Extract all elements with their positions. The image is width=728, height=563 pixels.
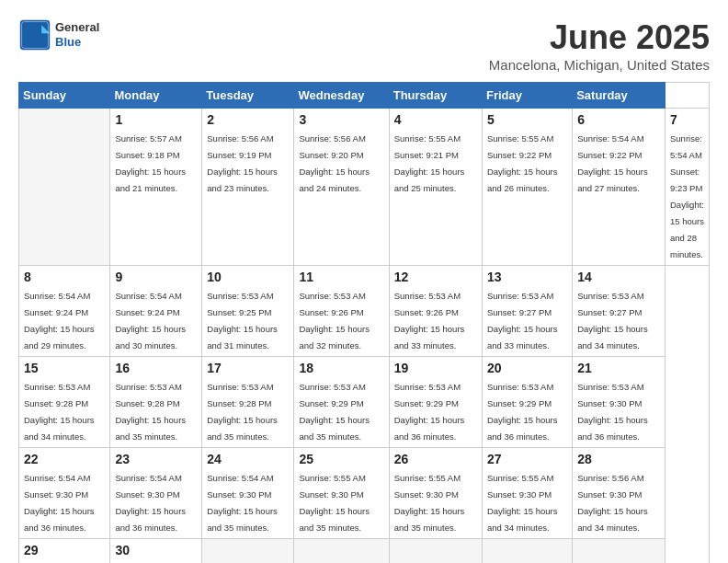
week-row-0: 1 Sunrise: 5:57 AMSunset: 9:18 PMDayligh… (19, 109, 710, 266)
header-row: SundayMondayTuesdayWednesdayThursdayFrid… (19, 83, 710, 109)
day-info: Sunrise: 5:53 AMSunset: 9:27 PMDaylight:… (577, 291, 648, 350)
day-info: Sunrise: 5:57 AMSunset: 9:18 PMDaylight:… (115, 133, 186, 193)
day-info: Sunrise: 5:53 AMSunset: 9:29 PMDaylight:… (299, 382, 370, 442)
table-row (19, 109, 110, 266)
day-info: Sunrise: 5:53 AMSunset: 9:28 PMDaylight:… (207, 382, 278, 442)
day-number: 28 (577, 452, 660, 466)
table-row: 18 Sunrise: 5:53 AMSunset: 9:29 PMDaylig… (294, 357, 389, 448)
day-number: 3 (299, 112, 383, 127)
day-number: 25 (299, 452, 383, 466)
logo: General Blue (18, 18, 99, 52)
table-row: 28 Sunrise: 5:56 AMSunset: 9:30 PMDaylig… (573, 448, 665, 539)
week-row-1: 8 Sunrise: 5:54 AMSunset: 9:24 PMDayligh… (19, 266, 710, 357)
table-row: 11 Sunrise: 5:53 AMSunset: 9:26 PMDaylig… (294, 266, 389, 357)
header-tuesday: Tuesday (202, 83, 294, 109)
day-number: 29 (24, 543, 105, 557)
day-number: 20 (487, 361, 567, 375)
header-sunday: Sunday (19, 83, 110, 109)
table-row: 30 Sunrise: 5:57 AMSunset: 9:30 PMDaylig… (110, 539, 202, 564)
table-row: 6 Sunrise: 5:54 AMSunset: 9:22 PMDayligh… (573, 109, 665, 266)
day-number: 6 (577, 112, 660, 127)
logo-icon (18, 18, 51, 52)
day-info: Sunrise: 5:54 AMSunset: 9:30 PMDaylight:… (207, 473, 278, 533)
table-row: 25 Sunrise: 5:55 AMSunset: 9:30 PMDaylig… (294, 448, 389, 539)
table-row: 17 Sunrise: 5:53 AMSunset: 9:28 PMDaylig… (202, 357, 294, 448)
logo-line1: General (55, 20, 99, 35)
day-number: 2 (207, 112, 289, 127)
day-info: Sunrise: 5:53 AMSunset: 9:26 PMDaylight:… (299, 291, 370, 350)
table-row: 7 Sunrise: 5:54 AMSunset: 9:23 PMDayligh… (665, 109, 709, 266)
table-row: 19 Sunrise: 5:53 AMSunset: 9:29 PMDaylig… (389, 357, 482, 448)
table-row: 1 Sunrise: 5:57 AMSunset: 9:18 PMDayligh… (110, 109, 202, 266)
calendar-title: June 2025 (489, 18, 710, 57)
day-info: Sunrise: 5:54 AMSunset: 9:30 PMDaylight:… (115, 473, 186, 533)
day-number: 19 (394, 361, 477, 375)
day-info: Sunrise: 5:54 AMSunset: 9:30 PMDaylight:… (24, 473, 95, 533)
calendar-header: General Blue June 2025 Mancelona, Michig… (18, 18, 710, 73)
day-number: 30 (115, 543, 197, 557)
table-row: 8 Sunrise: 5:54 AMSunset: 9:24 PMDayligh… (19, 266, 110, 357)
table-row (202, 539, 294, 564)
day-info: Sunrise: 5:54 AMSunset: 9:22 PMDaylight:… (577, 133, 648, 193)
day-number: 18 (299, 361, 383, 375)
day-number: 21 (577, 361, 660, 375)
day-number: 7 (670, 112, 704, 127)
table-row: 15 Sunrise: 5:53 AMSunset: 9:28 PMDaylig… (19, 357, 110, 448)
day-info: Sunrise: 5:53 AMSunset: 9:29 PMDaylight:… (394, 382, 465, 442)
day-info: Sunrise: 5:55 AMSunset: 9:30 PMDaylight:… (487, 473, 558, 533)
table-row: 16 Sunrise: 5:53 AMSunset: 9:28 PMDaylig… (110, 357, 202, 448)
header-monday: Monday (110, 83, 202, 109)
day-info: Sunrise: 5:55 AMSunset: 9:30 PMDaylight:… (299, 473, 370, 533)
table-row (389, 539, 482, 564)
day-number: 5 (487, 112, 567, 127)
day-number: 8 (24, 270, 105, 284)
day-info: Sunrise: 5:54 AMSunset: 9:23 PMDaylight:… (670, 133, 704, 259)
table-row: 21 Sunrise: 5:53 AMSunset: 9:30 PMDaylig… (573, 357, 665, 448)
table-row: 10 Sunrise: 5:53 AMSunset: 9:25 PMDaylig… (202, 266, 294, 357)
day-info: Sunrise: 5:53 AMSunset: 9:27 PMDaylight:… (487, 291, 558, 350)
day-number: 12 (394, 270, 477, 284)
table-row (573, 539, 665, 564)
table-row: 2 Sunrise: 5:56 AMSunset: 9:19 PMDayligh… (202, 109, 294, 266)
header-saturday: Saturday (573, 83, 665, 109)
logo-text: General Blue (55, 20, 99, 49)
day-number: 22 (24, 452, 105, 466)
day-info: Sunrise: 5:55 AMSunset: 9:21 PMDaylight:… (394, 133, 465, 193)
table-row: 13 Sunrise: 5:53 AMSunset: 9:27 PMDaylig… (482, 266, 572, 357)
day-info: Sunrise: 5:53 AMSunset: 9:29 PMDaylight:… (487, 382, 558, 442)
header-wednesday: Wednesday (294, 83, 389, 109)
calendar-subtitle: Mancelona, Michigan, United States (489, 57, 710, 73)
day-number: 26 (394, 452, 477, 466)
week-row-3: 22 Sunrise: 5:54 AMSunset: 9:30 PMDaylig… (19, 448, 710, 539)
table-row: 14 Sunrise: 5:53 AMSunset: 9:27 PMDaylig… (573, 266, 665, 357)
logo-line2: Blue (55, 35, 99, 50)
day-info: Sunrise: 5:56 AMSunset: 9:19 PMDaylight:… (207, 133, 278, 193)
table-row: 26 Sunrise: 5:55 AMSunset: 9:30 PMDaylig… (389, 448, 482, 539)
day-number: 4 (394, 112, 477, 127)
day-number: 13 (487, 270, 567, 284)
day-info: Sunrise: 5:53 AMSunset: 9:30 PMDaylight:… (577, 382, 648, 442)
table-row: 5 Sunrise: 5:55 AMSunset: 9:22 PMDayligh… (482, 109, 572, 266)
day-number: 16 (115, 361, 197, 375)
day-info: Sunrise: 5:56 AMSunset: 9:20 PMDaylight:… (299, 133, 370, 193)
table-row: 4 Sunrise: 5:55 AMSunset: 9:21 PMDayligh… (389, 109, 482, 266)
header-friday: Friday (482, 83, 572, 109)
table-row: 23 Sunrise: 5:54 AMSunset: 9:30 PMDaylig… (110, 448, 202, 539)
day-number: 9 (115, 270, 197, 284)
day-number: 14 (577, 270, 660, 284)
calendar-table: SundayMondayTuesdayWednesdayThursdayFrid… (18, 82, 710, 563)
table-row: 24 Sunrise: 5:54 AMSunset: 9:30 PMDaylig… (202, 448, 294, 539)
day-number: 11 (299, 270, 383, 284)
day-info: Sunrise: 5:56 AMSunset: 9:30 PMDaylight:… (577, 473, 648, 533)
day-info: Sunrise: 5:55 AMSunset: 9:30 PMDaylight:… (394, 473, 465, 533)
table-row: 9 Sunrise: 5:54 AMSunset: 9:24 PMDayligh… (110, 266, 202, 357)
day-number: 23 (115, 452, 197, 466)
table-row: 12 Sunrise: 5:53 AMSunset: 9:26 PMDaylig… (389, 266, 482, 357)
day-info: Sunrise: 5:53 AMSunset: 9:28 PMDaylight:… (24, 382, 95, 442)
table-row: 27 Sunrise: 5:55 AMSunset: 9:30 PMDaylig… (482, 448, 572, 539)
table-row: 20 Sunrise: 5:53 AMSunset: 9:29 PMDaylig… (482, 357, 572, 448)
day-number: 15 (24, 361, 105, 375)
svg-rect-0 (20, 20, 50, 50)
day-info: Sunrise: 5:53 AMSunset: 9:28 PMDaylight:… (115, 382, 186, 442)
day-number: 24 (207, 452, 289, 466)
